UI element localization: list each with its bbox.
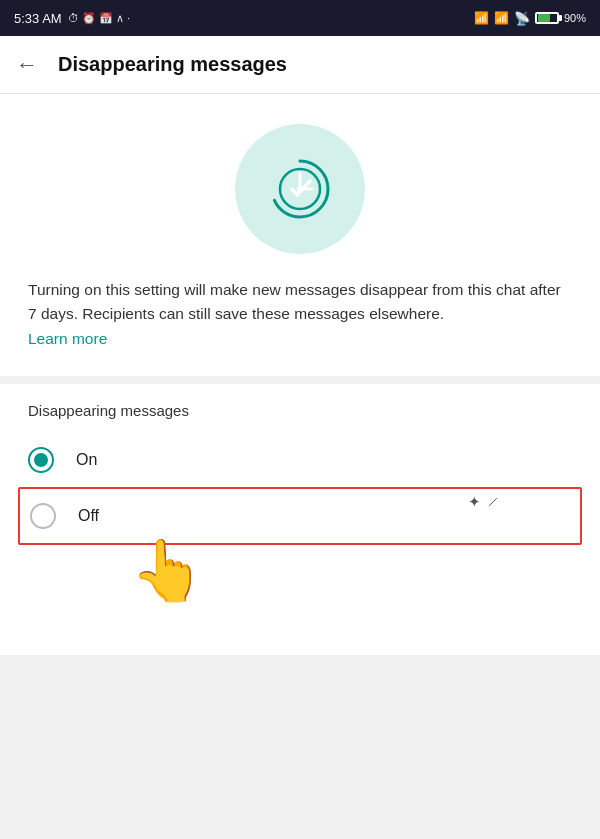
- signal-icon-1: 📶: [474, 11, 489, 25]
- timer-svg: [264, 153, 336, 225]
- description-text: Turning on this setting will make new me…: [28, 278, 572, 326]
- app-bar: ← Disappearing messages: [0, 36, 600, 94]
- status-bar: 5:33 AM ⏱ ⏰ 📅 ∧ · 📶 📶 📡 90%: [0, 0, 600, 36]
- radio-option-on[interactable]: On: [28, 433, 572, 487]
- status-right: 📶 📶 📡 90%: [474, 11, 586, 26]
- hand-cursor-icon: 👆: [130, 535, 205, 606]
- radio-label-off: Off: [78, 507, 99, 525]
- radio-label-on: On: [76, 451, 97, 469]
- main-content: Turning on this setting will make new me…: [0, 94, 600, 655]
- radio-button-on[interactable]: [28, 447, 54, 473]
- back-button[interactable]: ←: [16, 52, 38, 78]
- timer-icon-circle: [235, 124, 365, 254]
- options-section: Disappearing messages On Off ✦ ⟋: [0, 384, 600, 545]
- status-left: 5:33 AM ⏱ ⏰ 📅 ∧ ·: [14, 11, 130, 26]
- battery-percent: 90%: [564, 12, 586, 24]
- section-divider: [0, 376, 600, 384]
- radio-inner-on: [34, 453, 48, 467]
- page-title: Disappearing messages: [58, 53, 287, 76]
- sparkle-lines: ✦ ⟋: [468, 493, 500, 511]
- wifi-icon: 📡: [514, 11, 530, 26]
- learn-more-link[interactable]: Learn more: [28, 330, 107, 348]
- signal-icon-2: 📶: [494, 11, 509, 25]
- radio-button-off[interactable]: [30, 503, 56, 529]
- status-time: 5:33 AM: [14, 11, 62, 26]
- status-icons: ⏱ ⏰ 📅 ∧ ·: [68, 12, 130, 25]
- description-area: Turning on this setting will make new me…: [0, 278, 600, 376]
- hand-cursor-area: 👆: [0, 545, 600, 655]
- battery-icon: [535, 12, 559, 24]
- battery-fill: [538, 14, 550, 22]
- radio-option-off[interactable]: Off ✦ ⟋: [18, 487, 582, 545]
- section-label: Disappearing messages: [28, 402, 572, 419]
- icon-area: [0, 94, 600, 278]
